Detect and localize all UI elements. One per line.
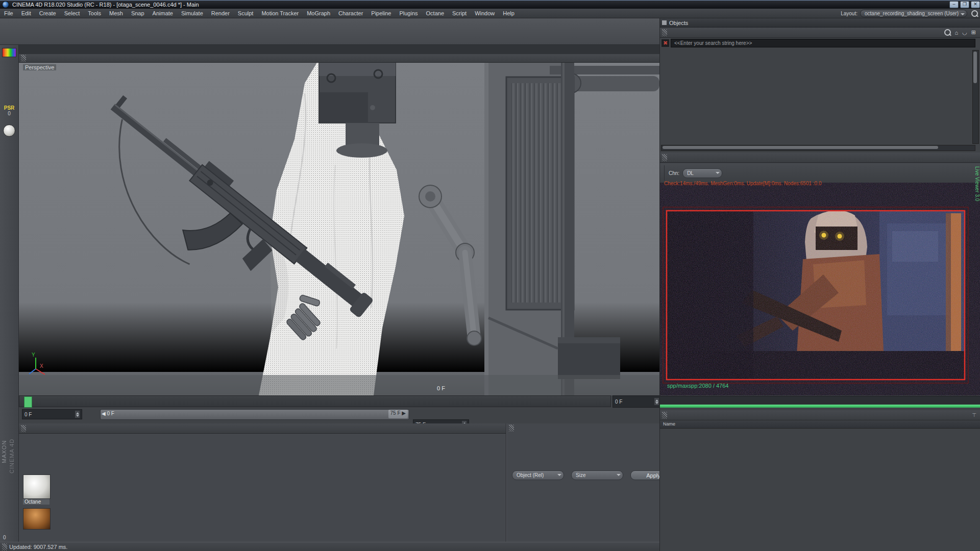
objects-panel-title: Objects [669, 20, 688, 26]
layer-manager-header: Name [660, 421, 980, 429]
axis-y-label: Y [32, 352, 35, 358]
panel-grip-icon[interactable] [662, 154, 667, 161]
ruler-frame-spinner[interactable]: 0 F [612, 395, 662, 408]
menu-sculpt[interactable]: Sculpt [234, 10, 258, 16]
search-icon[interactable] [971, 10, 978, 17]
menu-edit[interactable]: Edit [17, 10, 35, 16]
window-controls: –❐✕ [948, 1, 980, 8]
menu-window[interactable]: Window [471, 10, 499, 16]
maximize-button[interactable]: ❐ [960, 1, 969, 8]
menu-create[interactable]: Create [35, 10, 60, 16]
layout-selector: Layout: octane_recording_shading_screen … [841, 9, 978, 17]
psr-label: PSR [0, 105, 18, 111]
panel-grip-icon[interactable] [662, 29, 667, 36]
material-name: Octane [23, 499, 50, 505]
objects-panel-title-bar[interactable]: Objects [660, 18, 980, 28]
menu-script[interactable]: Script [448, 10, 471, 16]
frame-range-slider[interactable]: ◀ 0 F 75 F ▶ [100, 409, 409, 420]
layout-dropdown[interactable]: octane_recording_shading_screen (User) [860, 10, 967, 17]
panel-grip-icon[interactable] [21, 425, 26, 432]
viewport-tab-bar [19, 45, 659, 54]
viewport-projection-label[interactable]: Perspective [23, 64, 56, 70]
octane-render-view[interactable]: Check:14ms./49ms. MeshGen:0ms. Update[M]… [660, 183, 980, 395]
range-start-grip[interactable]: ◀ 0 F [102, 411, 114, 416]
viewport-frame-indicator: 0 F [437, 385, 445, 391]
octane-check-stats: Check:14ms./49ms. MeshGen:0ms. Update[M]… [664, 181, 821, 186]
main-menu-items: FileEditCreateSelectToolsMeshSnapAnimate… [0, 10, 519, 16]
brand-maxon: MAXON [1, 402, 7, 463]
left-bottom-value: 0 [3, 535, 6, 540]
menu-animate[interactable]: Animate [149, 10, 177, 16]
menu-mograph[interactable]: MoGraph [303, 10, 334, 16]
material-ball-icon[interactable] [3, 124, 15, 137]
search-icon[interactable] [944, 29, 951, 36]
menu-octane[interactable]: Octane [422, 10, 448, 16]
menu-simulate[interactable]: Simulate [177, 10, 207, 16]
current-frame-field[interactable]: 0 F [22, 409, 82, 419]
viewport-menu-bar [19, 54, 659, 63]
clear-search-icon[interactable]: ✖ [662, 39, 669, 47]
timeline-ruler[interactable] [19, 395, 611, 407]
panel-grip-icon[interactable] [21, 55, 26, 62]
octane-spp-text: spp/maxspp:2080 / 4764 [667, 383, 728, 389]
axis-x-label: X [40, 363, 43, 369]
objects-menu-bar: ⌂ ◡ ⊞ [660, 28, 980, 38]
title-bar: CINEMA 4D R18.020 Studio (RC - R18) - [o… [0, 0, 980, 9]
eye-icon[interactable]: ◡ [962, 29, 967, 36]
status-text: Updated: 9007.527 ms. [9, 544, 67, 550]
coord-size-dropdown[interactable]: Size [571, 470, 623, 480]
octane-menu-bar [660, 153, 980, 163]
app-logo-icon [2, 1, 9, 8]
menu-character[interactable]: Character [334, 10, 367, 16]
color-gradient-icon[interactable] [2, 48, 16, 57]
channel-dropdown[interactable]: DL [682, 168, 722, 178]
material-thumbnail[interactable]: Octane [23, 474, 50, 505]
main-toolbar [0, 18, 659, 45]
palette-menu-bar [19, 423, 506, 434]
menu-pipeline[interactable]: Pipeline [367, 10, 395, 16]
menu-motion-tracker[interactable]: Motion Tracker [257, 10, 303, 16]
right-panel-column: Objects ⌂ ◡ ⊞ ✖ <<Enter your search stri… [659, 18, 980, 551]
timeline-playhead[interactable] [24, 396, 32, 408]
live-viewer-version-label: Live Viewer 3.0 [974, 166, 980, 228]
add-icon[interactable]: ⊞ [971, 29, 976, 36]
objects-horizontal-scrollbar[interactable] [661, 145, 975, 151]
range-end-grip[interactable]: 75 F ▶ [388, 410, 408, 418]
minimize-button[interactable]: – [949, 1, 959, 8]
menu-snap[interactable]: Snap [127, 10, 149, 16]
menu-select[interactable]: Select [60, 10, 84, 16]
layer-manager-menu-bar: ⊤ [660, 410, 980, 420]
window-title: CINEMA 4D R18.020 Studio (RC - R18) - [o… [12, 2, 199, 8]
panel-grip-icon[interactable] [662, 412, 667, 419]
object-search-input[interactable]: <<Enter your search string here>> [671, 39, 975, 47]
menu-plugins[interactable]: Plugins [395, 10, 422, 16]
material-thumbnail-2[interactable] [23, 508, 51, 530]
menu-file[interactable]: File [0, 10, 17, 16]
coordinates-panel: Object (Rel) Size Apply [506, 423, 659, 542]
menu-help[interactable]: Help [499, 10, 519, 16]
panel-grip-icon[interactable] [509, 424, 514, 432]
name-column-header[interactable]: Name [663, 421, 675, 427]
viewport-canvas[interactable] [19, 63, 659, 395]
coord-mode-dropdown[interactable]: Object (Rel) [512, 470, 564, 480]
panel-grip-icon [2, 543, 7, 550]
object-tree [660, 49, 980, 144]
layer-manager-rows [660, 428, 980, 551]
main-menu-bar: FileEditCreateSelectToolsMeshSnapAnimate… [0, 9, 980, 18]
menu-tools[interactable]: Tools [84, 10, 105, 16]
menu-render[interactable]: Render [207, 10, 234, 16]
home-icon[interactable]: ⌂ [955, 30, 959, 36]
left-toolbar: PSR 0 MAXON CINEMA 4D 0 [0, 45, 19, 551]
octane-progress-bar [660, 405, 980, 408]
close-button[interactable]: ✕ [971, 1, 980, 8]
panel-options-icon[interactable]: ⊤ [972, 412, 976, 418]
octane-progress-fill [660, 405, 980, 408]
panel-icon [662, 20, 667, 25]
material-ball-preview [23, 474, 51, 499]
layer-palette-panel: Octane [19, 423, 506, 542]
timeline-controls: 0 F ◀ 0 F 75 F ▶ 75 F [19, 408, 659, 422]
menu-mesh[interactable]: Mesh [105, 10, 127, 16]
octane-status-bar [660, 396, 980, 405]
objects-vertical-scrollbar[interactable] [972, 50, 979, 144]
status-bar: Updated: 9007.527 ms. [0, 542, 659, 551]
